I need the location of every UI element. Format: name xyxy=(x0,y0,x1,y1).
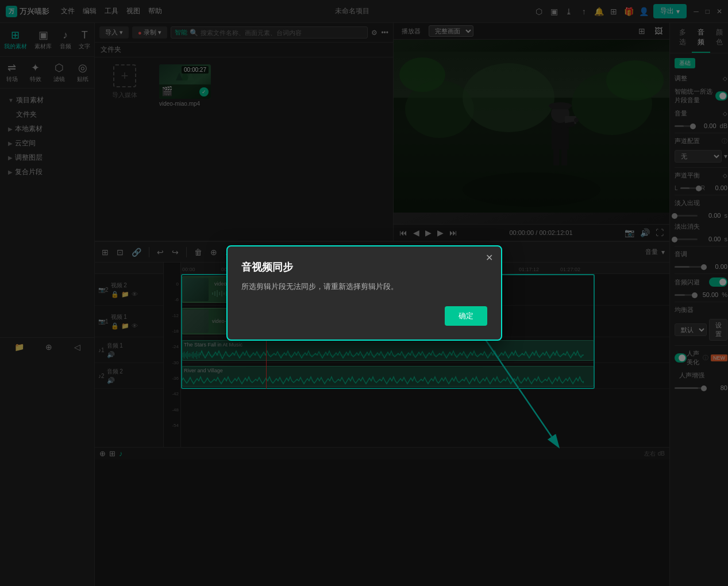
modal-overlay: ✕ 音视频同步 所选剪辑片段无法同步，请重新选择剪辑片段。 确定 xyxy=(0,0,728,586)
modal-footer: 确定 xyxy=(241,306,487,326)
modal-confirm-button[interactable]: 确定 xyxy=(445,306,487,326)
modal-dialog: ✕ 音视频同步 所选剪辑片段无法同步，请重新选择剪辑片段。 确定 xyxy=(226,245,502,341)
modal-body: 所选剪辑片段无法同步，请重新选择剪辑片段。 xyxy=(241,281,487,293)
modal-title: 音视频同步 xyxy=(241,260,487,274)
modal-close-button[interactable]: ✕ xyxy=(486,252,493,263)
